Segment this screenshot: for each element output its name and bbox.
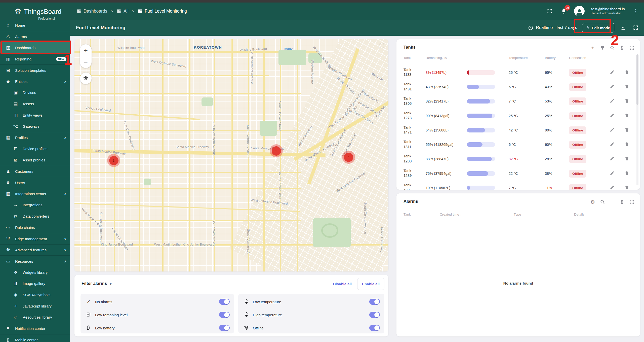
sidebar-item-entities[interactable]: ◆Entities∧ [0, 76, 70, 87]
fullscreen-button[interactable] [546, 7, 553, 15]
edit-row-icon[interactable] [610, 156, 615, 162]
sidebar-item-resources[interactable]: ▭Resources∧ [0, 255, 70, 267]
alarms-fullscreen-icon[interactable] [629, 199, 635, 205]
widget-fullscreen-icon[interactable] [629, 45, 635, 51]
edit-row-icon[interactable] [610, 171, 615, 176]
filter-alarms-header[interactable]: Filter alarms ∨ [82, 281, 112, 286]
user-info[interactable]: test@thingsboard.io Tenant administrator [591, 7, 625, 16]
alarms-col-type[interactable]: Type [514, 213, 521, 216]
alarms-col-created[interactable]: Created time ↓ [440, 213, 462, 216]
bulb-icon[interactable] [599, 45, 606, 51]
delete-row-icon[interactable] [624, 84, 629, 90]
tank-row-1471[interactable]: Tank147164% (15688L)42 °C90%Offline [396, 123, 640, 137]
sidebar-item-assets[interactable]: ▤Assets [0, 98, 70, 110]
sidebar-item-customers[interactable]: ♟Customers [0, 166, 70, 177]
avatar[interactable] [574, 6, 585, 16]
sidebar-item-users[interactable]: ☻Users [0, 177, 70, 188]
edit-row-icon[interactable] [610, 185, 615, 190]
sidebar-item-entity-views[interactable]: ◫Entity views [0, 110, 70, 121]
sidebar-item-widgets-library[interactable]: ❖Widgets library [0, 267, 70, 278]
delete-row-icon[interactable] [624, 142, 629, 147]
tank-row-1133[interactable]: Tank11338% (13497L)25 °C65%Offline [396, 65, 640, 80]
disable-all-button[interactable]: Disable all [330, 279, 355, 289]
tank-row-1305[interactable]: Tank130582% (23417L)7 °C53%Offline [396, 94, 640, 109]
sidebar-item-device-profiles[interactable]: ⊡Device profiles [0, 143, 70, 155]
sidebar-item-notification-center[interactable]: ⚑Notification center [0, 323, 70, 334]
edit-mode-button[interactable]: ✎ Edit mode [582, 23, 614, 32]
tanks-col-remaining[interactable]: Remaining, % [426, 56, 447, 60]
tank-row-1285[interactable]: Tank128510% (110567L)7 °C11%Offline [396, 181, 640, 190]
map-canvas[interactable]: Wilshire BoulevardWilshire BoulevardKORE… [74, 39, 388, 271]
delete-row-icon[interactable] [624, 98, 629, 104]
dashboard-fullscreen-button[interactable] [632, 24, 639, 31]
search-icon[interactable] [609, 45, 615, 51]
map-zoom-out-button[interactable]: − [84, 59, 88, 65]
map-fullscreen-icon[interactable] [379, 43, 385, 50]
sidebar-item-home[interactable]: ⌂Home [0, 20, 70, 31]
delete-row-icon[interactable] [624, 113, 629, 119]
sidebar-item-resources-library[interactable]: ◇Resources library [0, 312, 70, 323]
alarms-search-icon[interactable] [599, 199, 606, 205]
tanks-col-battery[interactable]: Battery [545, 56, 556, 60]
time-window-button[interactable]: Realtime - last 7 days [528, 25, 577, 30]
toggle-high-temperature[interactable] [369, 312, 380, 318]
sidebar-item-data-converters[interactable]: ⇄Data converters [0, 211, 70, 222]
export-file-icon[interactable] [619, 45, 625, 51]
sidebar-item-solution-templates[interactable]: ⊞Solution templates [0, 64, 70, 76]
tanks-col-tank[interactable]: Tank [404, 56, 411, 60]
sidebar-item-mobile-center[interactable]: ▯Mobile center [0, 334, 70, 342]
edit-row-icon[interactable] [610, 113, 615, 119]
delete-row-icon[interactable] [624, 127, 629, 133]
toggle-offline[interactable] [369, 325, 380, 331]
sidebar-item-javascript-library[interactable]: JSJavaScript library [0, 300, 70, 312]
toggle-low-remaning-level[interactable] [219, 312, 230, 318]
map-zoom-in-button[interactable]: + [84, 47, 88, 54]
edit-row-icon[interactable] [610, 70, 615, 75]
sidebar-item-devices[interactable]: ▣Devices [0, 87, 70, 98]
tanks-scrollbar[interactable] [636, 54, 638, 185]
tank-row-1311[interactable]: Tank131155% (418265gal)6 °C60%Offline [396, 138, 640, 152]
sidebar-item-integrations[interactable]: →Integrations [0, 199, 70, 211]
breadcrumb-item-dashboards[interactable]: Dashboards [76, 9, 107, 14]
breadcrumb-item-all[interactable]: All [116, 9, 128, 14]
tank-row-1288[interactable]: Tank128888% (28847L)82 °C28%Offline [396, 152, 640, 166]
tanks-col-temperature[interactable]: Temperature [509, 56, 528, 60]
notifications-bell-button[interactable]: 20 [560, 7, 568, 15]
sidebar-item-profiles[interactable]: ▧Profiles∧ [0, 132, 70, 143]
toggle-no-alarms[interactable] [219, 299, 230, 305]
sidebar-item-reporting[interactable]: ▥ReportingNEW [0, 53, 70, 65]
sidebar-item-scada-symbols[interactable]: ◈SCADA symbols [0, 289, 70, 300]
alarms-export-file-icon[interactable] [619, 199, 625, 205]
delete-row-icon[interactable] [624, 185, 629, 190]
tank-row-1273[interactable]: Tank127390% (8413gal)25 °C25%Offline [396, 109, 640, 123]
edit-row-icon[interactable] [610, 142, 615, 147]
sidebar-item-asset-profiles[interactable]: ⊠Asset profiles [0, 154, 70, 166]
more-menu-icon[interactable]: ⋮ [631, 8, 640, 14]
download-dashboard-button[interactable] [619, 24, 627, 31]
map-cluster-marker[interactable]: 4 [342, 151, 355, 164]
alarms-col-details[interactable]: Details [574, 213, 584, 216]
delete-row-icon[interactable] [624, 156, 629, 162]
sidebar-item-alarms[interactable]: ⚠Alarms [0, 31, 70, 42]
delete-row-icon[interactable] [624, 70, 629, 75]
alarms-col-tank[interactable]: Tank [404, 213, 411, 216]
tank-row-1491[interactable]: Tank149143% (22574L)6 °C43%Offline [396, 80, 640, 94]
toggle-low-temperature[interactable] [369, 299, 380, 305]
sidebar-item-gateways[interactable]: ⌥Gateways [0, 121, 70, 132]
edit-row-icon[interactable] [610, 98, 615, 104]
sidebar-item-integrations-center[interactable]: ▩Integrations center∧ [0, 188, 70, 199]
sidebar-item-dashboards[interactable]: ▦Dashboards [0, 42, 70, 53]
breadcrumb-item-fuel-level-monitoring[interactable]: Fuel Level Monitoring [138, 9, 187, 14]
delete-row-icon[interactable] [624, 171, 629, 176]
edit-row-icon[interactable] [610, 84, 615, 90]
gear-icon[interactable]: ⚙ [590, 199, 596, 205]
tank-row-1289[interactable]: Tank128975% (37954gal)22 °C38%Offline [396, 166, 640, 181]
sidebar-item-image-gallery[interactable]: ◨Image gallery [0, 278, 70, 289]
filter-icon[interactable] [609, 199, 615, 205]
enable-all-button[interactable]: Enable all [357, 278, 384, 290]
thingsboard-logo[interactable]: ⚙ ThingsBoard Professional [0, 7, 70, 16]
add-entity-button[interactable]: + [590, 45, 596, 51]
edit-row-icon[interactable] [610, 127, 615, 133]
tanks-col-connection[interactable]: Connection [569, 56, 586, 60]
sidebar-item-advanced-features[interactable]: ⚒Advanced features∨ [0, 244, 70, 256]
